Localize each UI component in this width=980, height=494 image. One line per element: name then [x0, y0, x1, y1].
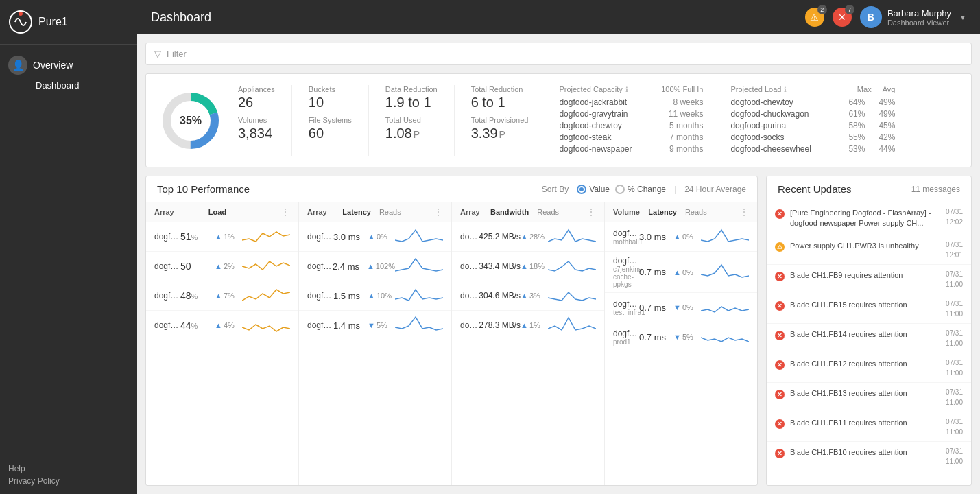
total-reduction-stat: Total Reduction 6 to 1	[471, 85, 529, 110]
sort-value-radio[interactable]	[577, 185, 586, 194]
sidebar-user-icon: 👤	[8, 56, 27, 75]
load-spark-3	[242, 315, 290, 336]
user-menu-chevron: ▼	[959, 14, 966, 21]
stats-grid: Appliances 26 Volumes 3,834 Buckets 10 F…	[238, 85, 957, 156]
appliances-stat: Appliances 26	[238, 85, 275, 110]
sidebar-help-link[interactable]: Help	[8, 464, 129, 473]
latency-row-3: dogfood-newspaper 1.4 ms ▼5%	[299, 311, 451, 340]
buckets-stat: Buckets 10	[309, 85, 352, 110]
update-icon-4: ✕	[775, 331, 785, 340]
filter-icon: ▽	[154, 49, 161, 59]
total-used-label: Total Used	[385, 116, 438, 124]
update-text-5: Blade CH1.FB12 requires attention	[790, 359, 940, 369]
vol-latency-row-3: dogfood-steak prod1 0.7 ms ▼5%	[605, 322, 757, 351]
user-name: Barbara Murphy	[887, 8, 951, 19]
sort-value-option[interactable]: Value	[577, 185, 610, 194]
projected-load-section: Projected Load ℹ Max Avg dogfood-chewtoy…	[717, 85, 909, 156]
projected-capacity-row-3: dogfood-steak 7 months	[559, 132, 703, 142]
total-used-value: 1.08P	[385, 126, 438, 141]
updates-count: 11 messages	[911, 185, 960, 194]
user-avatar: B	[860, 6, 882, 28]
latency-spark-2	[395, 285, 443, 306]
update-icon-2: ✕	[775, 272, 785, 281]
load-row-0: dogfood-chewtoy 51% ▲1%	[146, 222, 298, 252]
projected-load-row-3: dogfood-socks 55% 42%	[730, 132, 895, 142]
vol-latency-row-0: dogfood-kong mothball1 3.0 ms ▲0%	[605, 222, 757, 252]
projected-load-row-0: dogfood-chewtoy 64% 49%	[730, 97, 895, 107]
updates-title: Recent Updates	[778, 183, 911, 195]
load-spark-0	[242, 226, 290, 247]
update-meta-2: 07/31 11:00	[946, 270, 963, 288]
warning-badge[interactable]: ⚠ 2	[805, 8, 824, 27]
bandwidth-spark-1	[548, 256, 596, 277]
perf-table-load: Array Load ⋮ dogfood-chewtoy 51% ▲1%	[146, 202, 299, 485]
latency-table-menu[interactable]: ⋮	[433, 207, 443, 217]
update-icon-6: ✕	[775, 390, 785, 399]
total-provisioned-label: Total Provisioned	[471, 116, 529, 124]
update-item-6: ✕ Blade CH1.FB13 requires attention 07/3…	[767, 383, 971, 412]
sidebar-privacy-link[interactable]: Privacy Policy	[8, 476, 129, 486]
update-item-1: ⚠ Power supply CH1.PWR3 is unhealthy 07/…	[767, 235, 971, 265]
latency-row-0: dogfood-kong 3.0 ms ▲0%	[299, 222, 451, 252]
stats-total-reduction-section: Total Reduction 6 to 1 Total Provisioned…	[455, 85, 546, 156]
projected-load-row-1: dogfood-chuckwagon 61% 49%	[730, 109, 895, 119]
filter-placeholder: Filter	[167, 49, 187, 59]
user-info[interactable]: B Barbara Murphy Dashboard Viewer ▼	[860, 6, 966, 28]
stats-card: 35% Appliances 26 Volumes 3,834	[145, 73, 972, 167]
error-badge[interactable]: ✕ 7	[833, 8, 852, 27]
avg-label: 24 Hour Average	[684, 185, 746, 194]
sidebar-item-dashboard[interactable]: Dashboard	[0, 78, 137, 93]
total-provisioned-value: 3.39P	[471, 126, 529, 141]
main-content: Dashboard ⚠ 2 ✕ 7 B Barbara Murphy Dashb…	[137, 0, 980, 494]
performance-title: Top 10 Performance	[157, 183, 534, 195]
latency-spark-1	[395, 256, 443, 277]
sidebar-logo: Pure1	[0, 0, 137, 45]
bottom-row: Top 10 Performance Sort By Value % Chang…	[145, 176, 972, 486]
error-count: 7	[845, 5, 854, 14]
appliances-value: 26	[238, 95, 275, 110]
update-meta-3: 07/31 11:00	[946, 300, 963, 318]
sort-options: Value % Change	[577, 185, 666, 194]
vol-latency-table-menu[interactable]: ⋮	[739, 207, 749, 217]
perf-table-latency: Array Latency Reads ⋮ dogfood-kong 3.0 m…	[299, 202, 452, 485]
update-item-4: ✕ Blade CH1.FB14 requires attention 07/3…	[767, 324, 971, 353]
load-row-3: dogfood-cheesewheel 44% ▲4%	[146, 311, 298, 340]
update-icon-7: ✕	[775, 419, 785, 429]
latency-row-2: dogfood-bicycle 1.5 ms ▲10%	[299, 281, 451, 311]
update-item-3: ✕ Blade CH1.FB15 requires attention 07/3…	[767, 294, 971, 324]
vol-latency-row-2: dogfood-socks test_infra1 0.7 ms ▼0%	[605, 293, 757, 322]
appliances-label: Appliances	[238, 85, 275, 93]
projected-load-row-2: dogfood-purina 58% 45%	[730, 121, 895, 130]
separator: |	[674, 185, 676, 194]
load-table-menu[interactable]: ⋮	[280, 207, 290, 217]
update-meta-5: 07/31 11:00	[946, 359, 963, 377]
volumes-stat: Volumes 3,834	[238, 116, 275, 141]
data-reduction-value: 1.9 to 1	[385, 95, 438, 110]
perf-table-latency-header: Array Latency Reads ⋮	[299, 202, 451, 222]
sort-change-radio[interactable]	[615, 185, 625, 194]
update-icon-1: ⚠	[775, 242, 785, 252]
update-item-7: ✕ Blade CH1.FB11 requires attention 07/3…	[767, 412, 971, 442]
vol-latency-spark-0	[701, 226, 749, 247]
bandwidth-table-menu[interactable]: ⋮	[586, 207, 596, 217]
update-item-0: ✕ [Pure Engineering Dogfood - FlashArray…	[767, 202, 971, 235]
volumes-value: 3,834	[238, 126, 275, 141]
latency-row-1: dogfood-bobsled 2.4 ms ▲102%	[299, 252, 451, 281]
sidebar: Pure1 👤 Overview Dashboard Help Privacy …	[0, 0, 137, 494]
perf-table-bandwidth: Array Bandwidth Reads ⋮ dogfood-chewtoy …	[452, 202, 605, 485]
filter-bar[interactable]: ▽ Filter	[145, 43, 972, 65]
vol-latency-row-1: dogfood-mailman c7jenkins-cache-ppkgs 0.…	[605, 252, 757, 293]
capacity-donut: 35%	[160, 90, 222, 152]
load-row-2: dogfood-purina 48% ▲7%	[146, 281, 298, 311]
buckets-value: 10	[309, 95, 352, 110]
load-spark-1	[242, 256, 290, 277]
bandwidth-spark-0	[548, 226, 596, 247]
update-icon-5: ✕	[775, 360, 785, 370]
update-icon-0: ✕	[775, 209, 785, 219]
update-meta-8: 07/31 11:00	[946, 447, 963, 465]
total-reduction-value: 6 to 1	[471, 95, 529, 110]
update-text-6: Blade CH1.FB13 requires attention	[790, 388, 940, 399]
sort-change-option[interactable]: % Change	[615, 185, 666, 194]
recent-updates-card: Recent Updates 11 messages ✕ [Pure Engin…	[766, 176, 972, 486]
sidebar-overview-label[interactable]: Overview	[33, 60, 73, 71]
